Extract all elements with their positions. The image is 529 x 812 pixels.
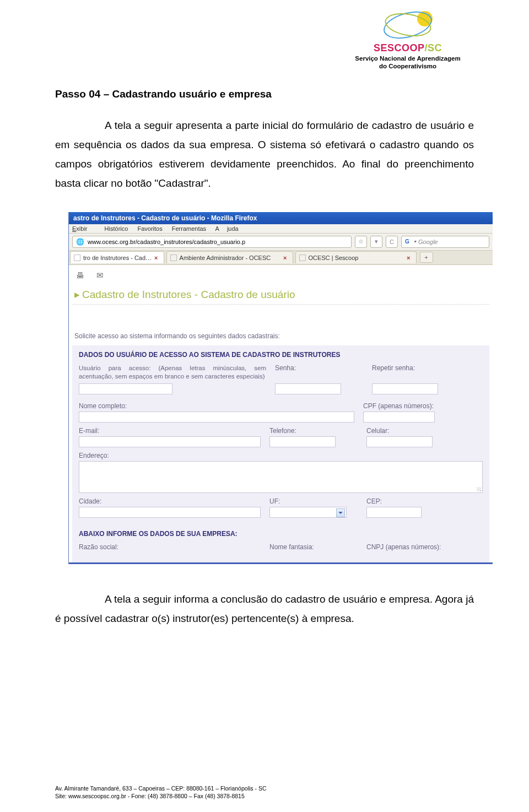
- step-description: A tela a seguir apresenta a parte inicia…: [55, 116, 474, 193]
- logo-graphic: [380, 8, 435, 41]
- search-dropdown-icon[interactable]: ▾: [414, 239, 416, 244]
- uf-select[interactable]: [269, 507, 347, 518]
- page-toolbar: 🖶 ✉: [72, 269, 489, 286]
- repetir-senha-input[interactable]: [372, 383, 438, 394]
- search-input[interactable]: G ▾ Google: [401, 236, 489, 248]
- email-label: E-mail:: [79, 427, 261, 435]
- after-description: A tela a seguir informa a conclusão do c…: [55, 589, 474, 628]
- google-icon: G: [405, 239, 412, 245]
- tab-favicon-icon: [74, 255, 80, 261]
- new-tab-button[interactable]: +: [420, 252, 433, 263]
- senha-label: Senha:: [275, 364, 363, 372]
- tab-favicon-icon: [299, 255, 306, 261]
- page-title: ▸Cadastro de Instrutores - Cadastro de u…: [72, 286, 489, 302]
- section-header-empresa: ABAIXO INFORME OS DADOS DE SUA EMPRESA:: [79, 530, 483, 538]
- razao-label: Razão social:: [79, 543, 261, 551]
- email-input[interactable]: [79, 436, 261, 447]
- nome-label: Nome completo:: [79, 402, 354, 410]
- logo-subtitle: Serviço Nacional de Aprendizagem do Coop…: [331, 55, 485, 71]
- close-icon[interactable]: ×: [283, 255, 287, 261]
- step-heading: Passo 04 – Cadastrando usuário e empresa: [55, 88, 474, 100]
- usuario-label: Usuário para acesso: (Apenas letras minú…: [79, 364, 266, 381]
- cnpj-label: CNPJ (apenas números):: [366, 543, 483, 551]
- chevron-right-icon: ▸: [74, 289, 80, 300]
- nome-input[interactable]: [79, 412, 354, 423]
- header-logo: SESCOOP/SC Serviço Nacional de Aprendiza…: [331, 8, 485, 71]
- mail-icon[interactable]: ✉: [94, 270, 105, 280]
- tab-1[interactable]: tro de Instrutores - Cad… ×: [70, 251, 164, 263]
- tab-label: tro de Instrutores - Cad…: [83, 255, 152, 261]
- form-panel: DADOS DO USUÁRIO DE ACESSO AO SISTEMA DE…: [72, 345, 489, 562]
- usuario-input[interactable]: [79, 383, 172, 394]
- tab-strip: tro de Instrutores - Cad… × Ambiente Adm…: [69, 251, 493, 265]
- menu-favoritos[interactable]: Favoritos: [137, 225, 162, 232]
- section-header-user: DADOS DO USUÁRIO DE ACESSO AO SISTEMA DE…: [79, 351, 483, 359]
- intro-text: Solicite acesso ao sistema informando os…: [72, 332, 489, 345]
- uf-label: UF:: [269, 497, 358, 505]
- tab-2[interactable]: Ambiente Administrador - OCESC ×: [166, 251, 293, 263]
- cep-label: CEP:: [366, 497, 483, 505]
- telefone-input[interactable]: [269, 436, 336, 447]
- close-icon[interactable]: ×: [154, 255, 158, 261]
- tab-label: OCESC | Sescoop: [309, 255, 359, 261]
- close-icon[interactable]: ×: [407, 255, 410, 261]
- endereco-input[interactable]: [79, 461, 483, 493]
- celular-input[interactable]: [366, 436, 433, 447]
- cep-input[interactable]: [366, 507, 422, 518]
- history-dropdown-icon[interactable]: ▾: [370, 236, 382, 248]
- tab-favicon-icon: [170, 255, 177, 261]
- reload-icon[interactable]: C: [386, 236, 398, 248]
- menu-ajuda[interactable]: Ajuda: [215, 225, 246, 232]
- url-text: www.ocesc.org.br/cadastro_instrutores/ca…: [88, 239, 245, 245]
- logo-title: SESCOOP/SC: [331, 42, 485, 54]
- bookmark-star-icon[interactable]: ☆: [355, 236, 367, 248]
- tab-label: Ambiente Administrador - OCESC: [180, 255, 271, 261]
- menu-ferramentas[interactable]: Ferramentas: [172, 225, 206, 232]
- print-icon[interactable]: 🖶: [74, 270, 85, 280]
- cpf-label: CPF (apenas números):: [363, 402, 483, 410]
- senha-input[interactable]: [275, 383, 341, 394]
- cpf-input[interactable]: [363, 412, 435, 423]
- page-content: 🖶 ✉ ▸Cadastro de Instrutores - Cadastro …: [69, 265, 493, 564]
- address-bar: 🌐 www.ocesc.org.br/cadastro_instrutores/…: [69, 234, 493, 251]
- repetir-senha-label: Repetir senha:: [372, 364, 483, 372]
- telefone-label: Telefone:: [269, 427, 358, 435]
- page-footer: Av. Almirante Tamandaré, 633 – Capoeiras…: [55, 784, 266, 800]
- cidade-label: Cidade:: [79, 497, 261, 505]
- window-titlebar: astro de Instrutores - Cadastro de usuár…: [69, 212, 493, 224]
- menu-historico[interactable]: Histórico: [105, 225, 128, 232]
- tab-3[interactable]: OCESC | Sescoop ×: [295, 251, 417, 263]
- browser-screenshot: astro de Instrutores - Cadastro de usuár…: [68, 212, 493, 564]
- cidade-input[interactable]: [79, 507, 261, 518]
- menu-exibir[interactable]: Exibir: [72, 225, 95, 232]
- browser-menubar: Exibir Histórico Favoritos Ferramentas A…: [69, 224, 493, 234]
- search-placeholder: Google: [418, 239, 438, 245]
- endereco-label: Endereço:: [79, 452, 483, 459]
- globe-icon: 🌐: [76, 238, 84, 246]
- fantasia-label: Nome fantasia:: [269, 543, 358, 551]
- url-input[interactable]: 🌐 www.ocesc.org.br/cadastro_instrutores/…: [72, 236, 352, 248]
- celular-label: Celular:: [366, 427, 483, 435]
